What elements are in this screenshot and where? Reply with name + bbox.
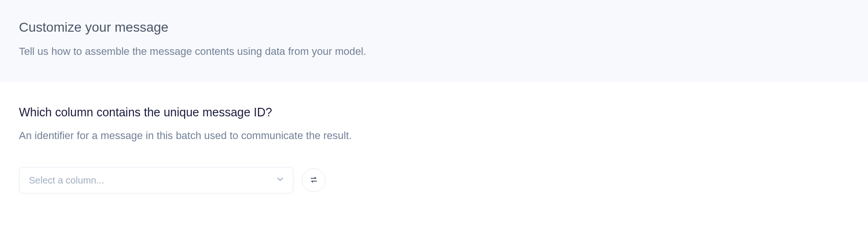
control-row: Select a column...: [19, 167, 849, 193]
content-section: Which column contains the unique message…: [0, 82, 868, 212]
column-select-wrapper: Select a column...: [19, 167, 293, 193]
question-title: Which column contains the unique message…: [19, 105, 849, 119]
swap-icon: [310, 175, 318, 185]
swap-button[interactable]: [302, 168, 326, 192]
page-title: Customize your message: [19, 20, 849, 35]
column-select-placeholder: Select a column...: [29, 175, 104, 186]
page-subtitle: Tell us how to assemble the message cont…: [19, 44, 849, 59]
header-section: Customize your message Tell us how to as…: [0, 0, 868, 82]
question-description: An identifier for a message in this batc…: [19, 128, 849, 143]
column-select[interactable]: Select a column...: [19, 167, 293, 193]
